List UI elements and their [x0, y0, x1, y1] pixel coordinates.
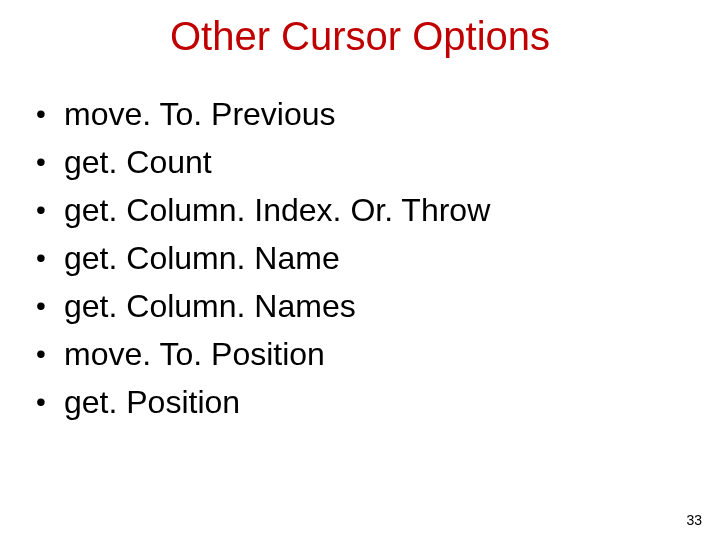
- bullet-text: get. Count: [64, 144, 212, 180]
- bullet-text: get. Column. Name: [64, 240, 340, 276]
- bullet-text: get. Column. Index. Or. Throw: [64, 192, 490, 228]
- list-item: move. To. Previous: [28, 90, 680, 138]
- bullet-list: move. To. Previous get. Count get. Colum…: [28, 90, 680, 426]
- list-item: get. Column. Name: [28, 234, 680, 282]
- list-item: get. Count: [28, 138, 680, 186]
- list-item: get. Column. Index. Or. Throw: [28, 186, 680, 234]
- bullet-text: move. To. Position: [64, 336, 325, 372]
- slide-body: move. To. Previous get. Count get. Colum…: [28, 90, 680, 426]
- bullet-text: get. Column. Names: [64, 288, 356, 324]
- list-item: get. Position: [28, 378, 680, 426]
- slide: Other Cursor Options move. To. Previous …: [0, 0, 720, 540]
- bullet-text: move. To. Previous: [64, 96, 336, 132]
- slide-title: Other Cursor Options: [0, 14, 720, 59]
- page-number: 33: [686, 512, 702, 528]
- bullet-text: get. Position: [64, 384, 240, 420]
- list-item: move. To. Position: [28, 330, 680, 378]
- list-item: get. Column. Names: [28, 282, 680, 330]
